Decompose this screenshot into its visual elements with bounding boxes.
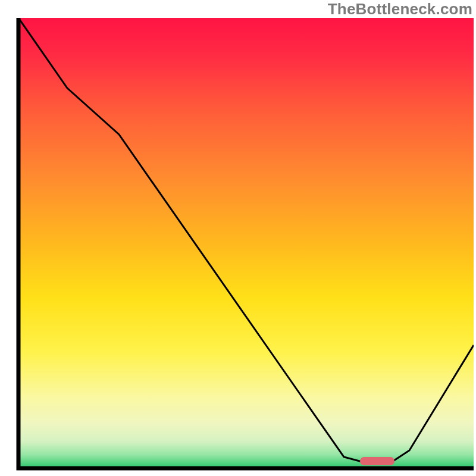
optimal-marker — [360, 457, 394, 465]
watermark-text: TheBottleneck.com — [328, 0, 472, 18]
gradient-background — [18, 18, 474, 468]
bottleneck-chart: TheBottleneck.com — [0, 0, 476, 476]
chart-svg — [0, 0, 476, 476]
